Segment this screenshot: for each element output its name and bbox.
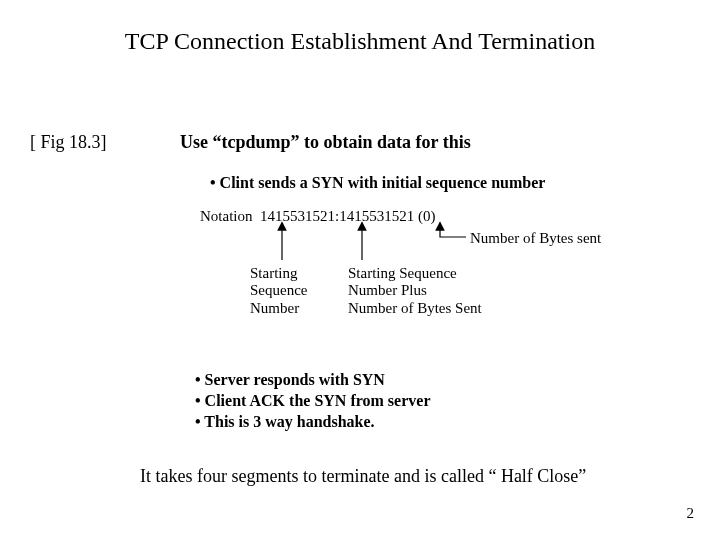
bullet-client-ack: • Client ACK the SYN from server (195, 391, 430, 412)
bullet-list-2: • Server responds with SYN • Client ACK … (195, 370, 430, 432)
start-seq-line2: Sequence (250, 282, 307, 298)
bullet-syn: • Clint sends a SYN with initial sequenc… (210, 174, 545, 192)
slide: TCP Connection Establishment And Termina… (0, 0, 720, 540)
subheading: Use “tcpdump” to obtain data for this (180, 132, 471, 153)
bullet-server-syn: • Server responds with SYN (195, 370, 430, 391)
starting-seq-label: Starting Sequence Number (250, 265, 307, 317)
slide-title: TCP Connection Establishment And Termina… (0, 28, 720, 55)
start-seq-line1: Starting (250, 265, 298, 281)
start-seq-line3: Number (250, 300, 299, 316)
plus-line2: Number Plus (348, 282, 427, 298)
bullet-3way: • This is 3 way handshake. (195, 412, 430, 433)
notation-label: Notation (200, 208, 253, 224)
plus-line3: Number of Bytes Sent (348, 300, 482, 316)
notation-value: 1415531521:1415531521 (0) (260, 208, 435, 224)
figure-reference: [ Fig 18.3] (30, 132, 107, 153)
page-number: 2 (687, 505, 695, 522)
seq-plus-bytes-label: Starting Sequence Number Plus Number of … (348, 265, 482, 317)
notation-line: Notation 1415531521:1415531521 (0) (200, 208, 435, 225)
closing-line: It takes four segments to terminate and … (140, 466, 586, 487)
plus-line1: Starting Sequence (348, 265, 457, 281)
bytes-sent-label: Number of Bytes sent (470, 230, 601, 247)
